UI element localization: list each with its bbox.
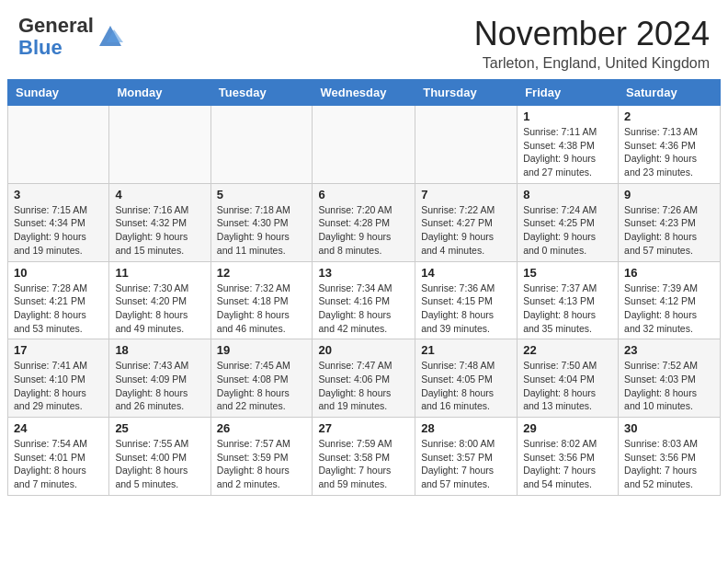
day-info: Sunrise: 7:43 AM Sunset: 4:09 PM Dayligh…	[115, 359, 204, 413]
day-info: Sunrise: 7:15 AM Sunset: 4:34 PM Dayligh…	[14, 203, 103, 258]
day-info: Sunrise: 7:59 AM Sunset: 3:58 PM Dayligh…	[318, 437, 409, 491]
day-number: 18	[115, 343, 204, 357]
weekday-wednesday: Wednesday	[313, 80, 415, 106]
day-cell: 29Sunrise: 8:02 AM Sunset: 3:56 PM Dayli…	[518, 418, 619, 496]
day-info: Sunrise: 7:50 AM Sunset: 4:04 PM Dayligh…	[523, 359, 612, 413]
day-number: 8	[523, 188, 612, 201]
week-row-2: 3Sunrise: 7:15 AM Sunset: 4:34 PM Daylig…	[8, 183, 721, 261]
day-info: Sunrise: 7:34 AM Sunset: 4:16 PM Dayligh…	[318, 282, 409, 336]
weekday-monday: Monday	[109, 80, 210, 106]
day-info: Sunrise: 7:55 AM Sunset: 4:00 PM Dayligh…	[115, 437, 204, 491]
day-number: 27	[318, 421, 409, 435]
day-cell: 19Sunrise: 7:45 AM Sunset: 4:08 PM Dayli…	[210, 339, 313, 418]
day-info: Sunrise: 8:00 AM Sunset: 3:57 PM Dayligh…	[421, 437, 511, 491]
day-info: Sunrise: 7:28 AM Sunset: 4:21 PM Dayligh…	[14, 282, 103, 336]
day-number: 15	[523, 266, 612, 280]
day-cell: 10Sunrise: 7:28 AM Sunset: 4:21 PM Dayli…	[8, 261, 109, 339]
calendar-wrapper: SundayMondayTuesdayWednesdayThursdayFrid…	[0, 79, 728, 503]
day-cell: 17Sunrise: 7:41 AM Sunset: 4:10 PM Dayli…	[8, 339, 109, 418]
day-info: Sunrise: 7:48 AM Sunset: 4:05 PM Dayligh…	[421, 359, 511, 413]
day-cell: 26Sunrise: 7:57 AM Sunset: 3:59 PM Dayli…	[210, 418, 313, 496]
day-number: 4	[115, 188, 204, 201]
month-title: November 2024	[474, 15, 710, 53]
day-info: Sunrise: 7:20 AM Sunset: 4:28 PM Dayligh…	[318, 203, 409, 258]
day-cell: 15Sunrise: 7:37 AM Sunset: 4:13 PM Dayli…	[518, 261, 619, 339]
day-info: Sunrise: 7:41 AM Sunset: 4:10 PM Dayligh…	[14, 359, 103, 413]
day-cell: 1Sunrise: 7:11 AM Sunset: 4:38 PM Daylig…	[518, 106, 619, 184]
day-cell: 21Sunrise: 7:48 AM Sunset: 4:05 PM Dayli…	[415, 339, 518, 418]
day-cell: 24Sunrise: 7:54 AM Sunset: 4:01 PM Dayli…	[8, 418, 109, 496]
day-info: Sunrise: 7:37 AM Sunset: 4:13 PM Dayligh…	[523, 282, 612, 336]
weekday-friday: Friday	[518, 80, 619, 106]
day-info: Sunrise: 7:22 AM Sunset: 4:27 PM Dayligh…	[421, 203, 511, 258]
day-info: Sunrise: 7:36 AM Sunset: 4:15 PM Dayligh…	[421, 282, 511, 336]
day-cell: 30Sunrise: 8:03 AM Sunset: 3:56 PM Dayli…	[619, 418, 721, 496]
day-cell: 18Sunrise: 7:43 AM Sunset: 4:09 PM Dayli…	[109, 339, 210, 418]
day-cell	[8, 106, 109, 184]
day-number: 24	[14, 421, 103, 435]
calendar-table: SundayMondayTuesdayWednesdayThursdayFrid…	[7, 79, 721, 496]
week-row-5: 24Sunrise: 7:54 AM Sunset: 4:01 PM Dayli…	[8, 418, 721, 496]
day-cell: 6Sunrise: 7:20 AM Sunset: 4:28 PM Daylig…	[313, 183, 415, 261]
day-number: 16	[624, 266, 714, 280]
day-info: Sunrise: 8:02 AM Sunset: 3:56 PM Dayligh…	[523, 437, 612, 491]
day-number: 9	[624, 188, 714, 201]
day-cell: 23Sunrise: 7:52 AM Sunset: 4:03 PM Dayli…	[619, 339, 721, 418]
day-cell: 27Sunrise: 7:59 AM Sunset: 3:58 PM Dayli…	[313, 418, 415, 496]
day-number: 12	[217, 266, 307, 280]
day-number: 3	[14, 188, 103, 201]
day-cell: 20Sunrise: 7:47 AM Sunset: 4:06 PM Dayli…	[313, 339, 415, 418]
day-number: 22	[523, 343, 612, 357]
day-info: Sunrise: 7:39 AM Sunset: 4:12 PM Dayligh…	[624, 282, 714, 336]
day-number: 20	[318, 343, 409, 357]
day-cell: 14Sunrise: 7:36 AM Sunset: 4:15 PM Dayli…	[415, 261, 518, 339]
day-info: Sunrise: 7:24 AM Sunset: 4:25 PM Dayligh…	[523, 203, 612, 258]
day-number: 19	[217, 343, 307, 357]
day-number: 30	[624, 421, 714, 435]
logo: General Blue	[18, 15, 123, 59]
day-info: Sunrise: 7:11 AM Sunset: 4:38 PM Dayligh…	[523, 125, 612, 179]
day-number: 7	[421, 188, 511, 201]
day-cell: 8Sunrise: 7:24 AM Sunset: 4:25 PM Daylig…	[518, 183, 619, 261]
day-number: 10	[14, 266, 103, 280]
logo-icon	[97, 24, 123, 50]
weekday-sunday: Sunday	[8, 80, 109, 106]
day-number: 23	[624, 343, 714, 357]
day-cell: 4Sunrise: 7:16 AM Sunset: 4:32 PM Daylig…	[109, 183, 210, 261]
day-number: 29	[523, 421, 612, 435]
day-info: Sunrise: 7:52 AM Sunset: 4:03 PM Dayligh…	[624, 359, 714, 413]
day-cell	[109, 106, 210, 184]
weekday-thursday: Thursday	[415, 80, 518, 106]
day-cell: 22Sunrise: 7:50 AM Sunset: 4:04 PM Dayli…	[518, 339, 619, 418]
week-row-1: 1Sunrise: 7:11 AM Sunset: 4:38 PM Daylig…	[8, 106, 721, 184]
weekday-tuesday: Tuesday	[210, 80, 313, 106]
day-info: Sunrise: 7:26 AM Sunset: 4:23 PM Dayligh…	[624, 203, 714, 258]
day-cell: 28Sunrise: 8:00 AM Sunset: 3:57 PM Dayli…	[415, 418, 518, 496]
week-row-3: 10Sunrise: 7:28 AM Sunset: 4:21 PM Dayli…	[8, 261, 721, 339]
day-number: 26	[217, 421, 307, 435]
day-info: Sunrise: 7:47 AM Sunset: 4:06 PM Dayligh…	[318, 359, 409, 413]
day-number: 6	[318, 188, 409, 201]
day-cell: 5Sunrise: 7:18 AM Sunset: 4:30 PM Daylig…	[210, 183, 313, 261]
day-cell: 25Sunrise: 7:55 AM Sunset: 4:00 PM Dayli…	[109, 418, 210, 496]
day-info: Sunrise: 7:54 AM Sunset: 4:01 PM Dayligh…	[14, 437, 103, 491]
day-number: 14	[421, 266, 511, 280]
logo-general: General	[18, 14, 94, 37]
weekday-header-row: SundayMondayTuesdayWednesdayThursdayFrid…	[8, 80, 721, 106]
day-cell: 11Sunrise: 7:30 AM Sunset: 4:20 PM Dayli…	[109, 261, 210, 339]
day-info: Sunrise: 7:16 AM Sunset: 4:32 PM Dayligh…	[115, 203, 204, 258]
header: General Blue November 2024 Tarleton, Eng…	[0, 0, 728, 79]
day-number: 13	[318, 266, 409, 280]
day-cell: 7Sunrise: 7:22 AM Sunset: 4:27 PM Daylig…	[415, 183, 518, 261]
day-number: 25	[115, 421, 204, 435]
day-number: 17	[14, 343, 103, 357]
day-cell: 9Sunrise: 7:26 AM Sunset: 4:23 PM Daylig…	[619, 183, 721, 261]
day-info: Sunrise: 7:13 AM Sunset: 4:36 PM Dayligh…	[624, 125, 714, 179]
day-cell: 13Sunrise: 7:34 AM Sunset: 4:16 PM Dayli…	[313, 261, 415, 339]
day-cell: 16Sunrise: 7:39 AM Sunset: 4:12 PM Dayli…	[619, 261, 721, 339]
day-info: Sunrise: 7:18 AM Sunset: 4:30 PM Dayligh…	[217, 203, 307, 258]
weekday-saturday: Saturday	[619, 80, 721, 106]
location: Tarleton, England, United Kingdom	[474, 55, 710, 72]
day-info: Sunrise: 7:30 AM Sunset: 4:20 PM Dayligh…	[115, 282, 204, 336]
day-info: Sunrise: 7:45 AM Sunset: 4:08 PM Dayligh…	[217, 359, 307, 413]
